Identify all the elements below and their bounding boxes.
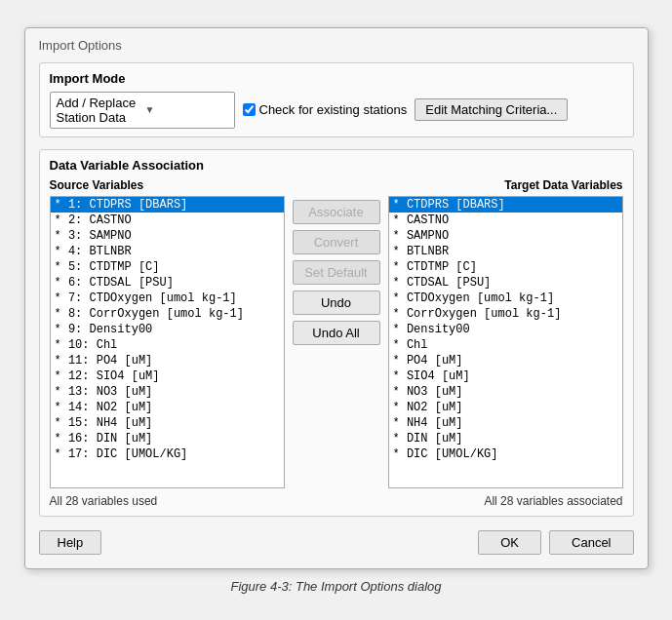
action-buttons-column: Associate Convert Set Default Undo Undo … xyxy=(293,178,380,488)
associate-button[interactable]: Associate xyxy=(293,200,380,224)
source-list-item[interactable]: * 3: SAMPNO xyxy=(51,228,284,244)
import-mode-dropdown[interactable]: Add / Replace Station Data ▼ xyxy=(50,92,235,129)
undo-button[interactable]: Undo xyxy=(293,291,380,315)
dva-columns: Source Variables * 1: CTDPRS [DBARS] * 2… xyxy=(50,178,623,488)
source-list-item[interactable]: * 4: BTLNBR xyxy=(51,244,284,259)
target-list-item[interactable]: * NH4 [uM] xyxy=(389,415,622,431)
source-variables-column: Source Variables * 1: CTDPRS [DBARS] * 2… xyxy=(50,178,285,488)
source-variables-header: Source Variables xyxy=(50,178,285,192)
ok-cancel-group: OK Cancel xyxy=(478,530,633,555)
source-list-item[interactable]: * 14: NO2 [uM] xyxy=(51,400,284,415)
cancel-button[interactable]: Cancel xyxy=(549,530,633,555)
source-list-item[interactable]: * 7: CTDOxygen [umol kg-1] xyxy=(51,291,284,306)
target-list-item[interactable]: * DIN [uM] xyxy=(389,431,622,446)
source-list-item[interactable]: * 15: NH4 [uM] xyxy=(51,415,284,431)
target-variables-column: Target Data Variables * CTDPRS [DBARS] *… xyxy=(388,178,623,488)
source-variables-listbox[interactable]: * 1: CTDPRS [DBARS] * 2: CASTNO * 3: SAM… xyxy=(50,196,285,488)
target-list-item[interactable]: * NO2 [uM] xyxy=(389,400,622,415)
source-list-item[interactable]: * 11: PO4 [uM] xyxy=(51,353,284,368)
target-list-item[interactable]: * CTDTMP [C] xyxy=(389,259,622,275)
dropdown-arrow-icon: ▼ xyxy=(145,104,228,115)
import-mode-value: Add / Replace Station Data xyxy=(57,96,139,125)
target-list-item[interactable]: * Chl xyxy=(389,337,622,353)
import-mode-section: Import Mode Add / Replace Station Data ▼… xyxy=(39,62,634,137)
target-list-item[interactable]: * PO4 [uM] xyxy=(389,353,622,368)
target-list-item[interactable]: * CTDSAL [PSU] xyxy=(389,275,622,291)
bottom-row: Help OK Cancel xyxy=(39,530,634,555)
convert-button[interactable]: Convert xyxy=(293,230,380,254)
check-existing-checkbox[interactable] xyxy=(243,103,256,116)
source-list-item[interactable]: * 9: Density00 xyxy=(51,322,284,337)
help-button[interactable]: Help xyxy=(39,530,102,555)
dialog-title: Import Options xyxy=(39,38,634,53)
source-summary: All 28 variables used xyxy=(50,494,158,508)
summary-row: All 28 variables used All 28 variables a… xyxy=(50,494,623,508)
dva-section-label: Data Variable Association xyxy=(50,158,623,173)
target-list-item[interactable]: * CTDOxygen [umol kg-1] xyxy=(389,291,622,306)
undo-all-button[interactable]: Undo All xyxy=(293,321,380,345)
source-list-item[interactable]: * 5: CTDTMP [C] xyxy=(51,259,284,275)
target-list-item[interactable]: * DIC [UMOL/KG] xyxy=(389,446,622,462)
source-list-item[interactable]: * 1: CTDPRS [DBARS] xyxy=(51,197,284,213)
import-mode-row: Add / Replace Station Data ▼ Check for e… xyxy=(50,92,623,129)
source-list-item[interactable]: * 2: CASTNO xyxy=(51,213,284,228)
target-list-item[interactable]: * Density00 xyxy=(389,322,622,337)
target-variables-listbox[interactable]: * CTDPRS [DBARS] * CASTNO * SAMPNO * BTL… xyxy=(388,196,623,488)
target-list-item[interactable]: * NO3 [uM] xyxy=(389,384,622,400)
target-variables-header: Target Data Variables xyxy=(388,178,623,192)
check-existing-text: Check for existing stations xyxy=(259,102,408,117)
source-list-item[interactable]: * 8: CorrOxygen [umol kg-1] xyxy=(51,306,284,322)
source-list-item[interactable]: * 17: DIC [UMOL/KG] xyxy=(51,446,284,462)
edit-matching-criteria-button[interactable]: Edit Matching Criteria... xyxy=(415,98,568,121)
source-list-item[interactable]: * 16: DIN [uM] xyxy=(51,431,284,446)
source-list-item[interactable]: * 10: Chl xyxy=(51,337,284,353)
check-existing-label[interactable]: Check for existing stations xyxy=(243,102,408,117)
target-list-item[interactable]: * BTLNBR xyxy=(389,244,622,259)
target-list-item[interactable]: * CTDPRS [DBARS] xyxy=(389,197,622,213)
source-list-item[interactable]: * 6: CTDSAL [PSU] xyxy=(51,275,284,291)
target-list-item[interactable]: * SIO4 [uM] xyxy=(389,368,622,384)
target-list-item[interactable]: * CorrOxygen [umol kg-1] xyxy=(389,306,622,322)
import-mode-label: Import Mode xyxy=(50,71,623,86)
target-list-item[interactable]: * CASTNO xyxy=(389,213,622,228)
ok-button[interactable]: OK xyxy=(478,530,541,555)
source-list-item[interactable]: * 12: SIO4 [uM] xyxy=(51,368,284,384)
import-options-dialog: Import Options Import Mode Add / Replace… xyxy=(24,27,649,569)
figure-caption: Figure 4-3: The Import Options dialog xyxy=(230,579,441,594)
target-list-item[interactable]: * SAMPNO xyxy=(389,228,622,244)
set-default-button[interactable]: Set Default xyxy=(293,260,380,285)
target-summary: All 28 variables associated xyxy=(484,494,622,508)
dva-section: Data Variable Association Source Variabl… xyxy=(39,149,634,517)
source-list-item[interactable]: * 13: NO3 [uM] xyxy=(51,384,284,400)
